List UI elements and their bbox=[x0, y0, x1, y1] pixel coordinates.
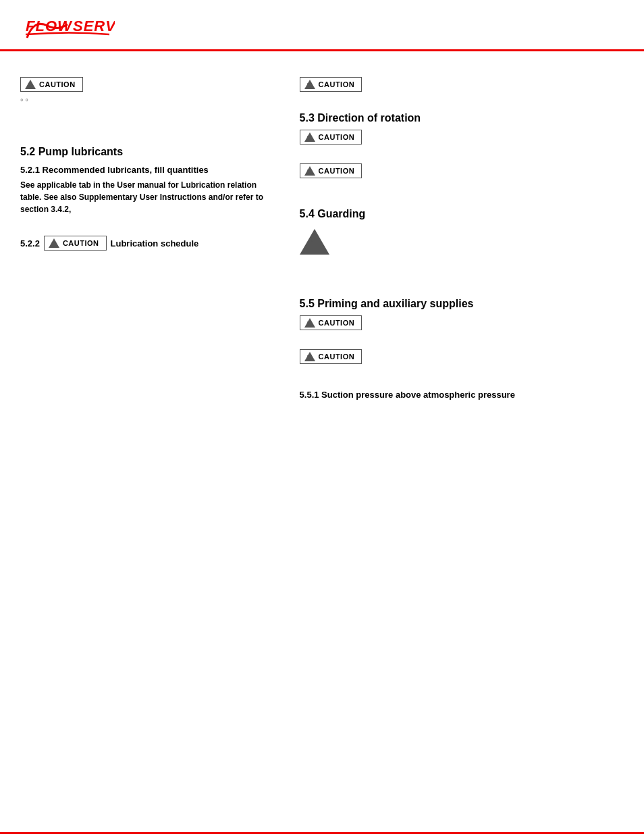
large-warning-triangle-54 bbox=[300, 226, 624, 260]
caution-badge-r55-1: CAUTION bbox=[300, 315, 363, 330]
caution-badge-r55-2: CAUTION bbox=[300, 349, 363, 364]
caution-badge-55-1: CAUTION bbox=[300, 315, 624, 330]
section-521-title: 5.2.1 Recommended lubricants, fill quant… bbox=[20, 165, 273, 175]
caution-label-r1: CAUTION bbox=[319, 80, 355, 88]
right-column: CAUTION 5.3 Direction of rotation CAUTIO… bbox=[300, 72, 624, 404]
caution-triangle-icon-r1 bbox=[304, 80, 315, 89]
caution-triangle-icon-522 bbox=[49, 238, 59, 248]
flowserve-logo-svg: FLOW SERVE bbox=[20, 12, 115, 43]
section-521-body: See applicable tab in the User manual fo… bbox=[20, 179, 273, 215]
caution-badge-r53-1: CAUTION bbox=[300, 130, 363, 145]
section-55-title: 5.5 Priming and auxiliary supplies bbox=[300, 298, 624, 310]
caution-badge-top-right: CAUTION bbox=[300, 77, 624, 92]
section-522-prefix: 5.2.2 bbox=[20, 238, 40, 249]
caution-badge-r53-2: CAUTION bbox=[300, 163, 363, 178]
caution-badge-r1: CAUTION bbox=[300, 77, 363, 92]
caution-label-r55-1: CAUTION bbox=[319, 319, 355, 327]
caution-badge-55-2: CAUTION bbox=[300, 349, 624, 364]
caution-triangle-icon bbox=[25, 80, 36, 89]
page-header: FLOW SERVE bbox=[0, 0, 644, 51]
left-column: CAUTION ° ° 5.2 Pump lubricants 5.2.1 Re… bbox=[20, 72, 286, 404]
section-53-title: 5.3 Direction of rotation bbox=[300, 112, 624, 124]
caution-badge-53-1: CAUTION bbox=[300, 130, 624, 145]
caution-label-r53-1: CAUTION bbox=[319, 133, 355, 141]
caution-label-r53-2: CAUTION bbox=[319, 167, 355, 175]
large-triangle-icon-54 bbox=[300, 229, 329, 255]
section-52-title: 5.2 Pump lubricants bbox=[20, 146, 273, 158]
svg-text:FLOW: FLOW bbox=[26, 18, 73, 34]
caution-triangle-icon-r53-2 bbox=[304, 166, 315, 176]
caution-triangle-icon-r55-2 bbox=[304, 352, 315, 361]
caution-badge-53-2: CAUTION bbox=[300, 163, 624, 178]
caution-badge: CAUTION bbox=[20, 77, 83, 92]
caution-label: CAUTION bbox=[39, 80, 76, 88]
caution-triangle-icon-r55-1 bbox=[304, 318, 315, 328]
section-522-suffix: Lubrication schedule bbox=[111, 238, 199, 249]
caution-label-r55-2: CAUTION bbox=[319, 353, 355, 361]
caution-badge-522: CAUTION bbox=[44, 236, 107, 251]
caution-triangle-icon-r53-1 bbox=[304, 132, 315, 142]
section-551-title: 5.5.1 Suction pressure above atmospheric… bbox=[300, 390, 624, 400]
caution-label-522: CAUTION bbox=[63, 239, 99, 247]
dot-text: ° ° bbox=[20, 97, 273, 105]
logo: FLOW SERVE bbox=[20, 12, 115, 43]
section-54-title: 5.4 Guarding bbox=[300, 208, 624, 220]
section-522-row: 5.2.2 CAUTION Lubrication schedule bbox=[20, 236, 273, 251]
svg-text:SERVE: SERVE bbox=[73, 18, 115, 34]
main-content: CAUTION ° ° 5.2 Pump lubricants 5.2.1 Re… bbox=[0, 51, 644, 424]
caution-badge-top-left: CAUTION bbox=[20, 77, 273, 92]
